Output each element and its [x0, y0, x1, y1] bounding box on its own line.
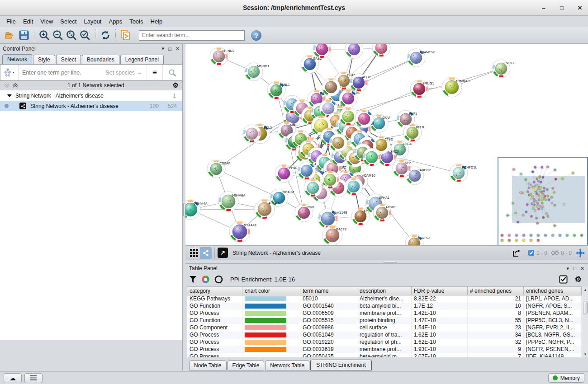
tab-legend-panel[interactable]: Legend Panel	[120, 55, 164, 64]
network-node-apbb1[interactable]: APBB1	[373, 204, 396, 222]
tab-network[interactable]: Network	[2, 54, 32, 64]
column-header-term-name[interactable]: term name	[300, 286, 357, 295]
menu-help[interactable]: Help	[147, 17, 166, 26]
network-row[interactable]: String Network - Alzheimer's disease 100…	[0, 101, 182, 111]
table-row[interactable]: GO FunctionGO:0001540beta-amyloid bi...1…	[187, 303, 582, 310]
menu-apps[interactable]: Apps	[105, 17, 126, 26]
species-selector-label[interactable]: Set species →	[105, 70, 142, 76]
save-session-button[interactable]	[17, 28, 31, 42]
string-source-selector[interactable]	[0, 65, 19, 80]
column-header-enriched-genes[interactable]: enriched genes	[524, 286, 582, 295]
share-network-button[interactable]	[200, 247, 212, 259]
open-in-string-button[interactable]: ↗	[218, 248, 228, 258]
table-row[interactable]: GO ProcessGO:0006509membrane prot...1.42…	[187, 310, 582, 317]
zoom-fit-button[interactable]	[65, 28, 78, 42]
splitter-grip[interactable]	[384, 261, 397, 263]
tab-string-enrichment[interactable]: STRING Enrichment	[310, 360, 371, 370]
table-settings-gear-icon[interactable]: ⚙	[575, 275, 582, 284]
table-row[interactable]: GO ProcessGO:0050435beta-amyloid m...2.0…	[187, 353, 582, 357]
menu-layout[interactable]: Layout	[80, 17, 105, 26]
network-node-cadps2[interactable]: CADPS2	[405, 234, 430, 245]
network-node[interactable]	[313, 44, 331, 58]
column-header-chart-color[interactable]: chart color	[242, 286, 300, 295]
network-panel-gear-icon[interactable]: ⚙	[173, 81, 179, 89]
network-node-reln[interactable]: RELN	[403, 124, 424, 142]
network-node-bace2[interactable]: BACE2	[322, 225, 346, 245]
open-file-button[interactable]	[4, 28, 17, 42]
table-row[interactable]: KEGG Pathways05010Alzheimer's dise...8.8…	[187, 295, 582, 303]
column-header--enriched-genes[interactable]: # enriched genes	[468, 286, 524, 295]
table-panel-float-icon[interactable]: □	[573, 266, 576, 271]
tab-style[interactable]: Style	[33, 55, 55, 64]
menu-view[interactable]: View	[37, 17, 57, 26]
network-node-mt-nd1[interactable]: MT-ND1	[245, 63, 269, 81]
string-options-menu[interactable]: ≡	[147, 65, 162, 80]
birds-eye-overview[interactable]	[498, 157, 588, 245]
string-search-button[interactable]	[162, 65, 182, 80]
network-node[interactable]	[363, 148, 381, 166]
select-columns-icon[interactable]	[559, 275, 568, 284]
network-node-ms4a4e[interactable]: MS4A4E	[229, 221, 256, 242]
pie-chart-icon[interactable]	[201, 275, 210, 284]
network-node-vsnl1[interactable]: VSNL1	[267, 81, 290, 99]
table-panel-menu-icon[interactable]: ▾	[567, 266, 569, 272]
table-vertical-scrollbar[interactable]: ▲ ▼	[582, 286, 588, 357]
column-header-FDR-p-value[interactable]: FDR p-value	[412, 286, 468, 295]
network-node-bin1[interactable]: BIN1	[295, 204, 315, 222]
table-row[interactable]: GO ComponentGO:0009986cell surface1.54E-…	[187, 324, 582, 332]
task-history-button[interactable]	[24, 373, 43, 383]
filter-funnel-icon[interactable]	[189, 276, 197, 283]
tab-boundaries[interactable]: Boundaries	[82, 55, 119, 64]
tab-select[interactable]: Select	[56, 55, 81, 64]
pan-compass-icon[interactable]	[575, 248, 585, 258]
column-header-category[interactable]: category	[187, 286, 242, 295]
table-row[interactable]: GO ProcessGO:0019220regulation of ph...1…	[187, 339, 582, 346]
grid-view-button[interactable]	[188, 247, 200, 259]
network-node-ache[interactable]: ACHE	[350, 74, 370, 92]
cloud-tasks-button[interactable]: ☁	[4, 373, 22, 383]
network-node-abca7[interactable]: ABCA7	[255, 199, 279, 219]
menu-select[interactable]: Select	[57, 17, 80, 26]
network-node[interactable]	[304, 179, 322, 197]
help-button[interactable]: ?	[251, 30, 261, 41]
table-row[interactable]: GO FunctionGO:0005515protein binding1.47…	[187, 317, 582, 324]
table-panel-close-icon[interactable]: ✕	[580, 266, 584, 272]
table-row[interactable]: GO ProcessGO:0033619membrane prot...1.93…	[187, 346, 582, 353]
scrollbar-thumb[interactable]	[583, 301, 588, 314]
network-node-adamts2[interactable]: ADAMTS2	[407, 49, 435, 67]
scroll-down-icon[interactable]: ▼	[583, 351, 588, 357]
network-node-mt-nd2[interactable]: MT-ND2	[210, 47, 234, 66]
network-node[interactable]	[345, 44, 363, 58]
zoom-in-button[interactable]	[38, 28, 51, 42]
panel-float-icon[interactable]: □	[168, 46, 171, 52]
network-node[interactable]	[355, 110, 373, 128]
network-node-smug1[interactable]: SMUG1	[410, 80, 434, 98]
ring-chart-icon[interactable]	[214, 275, 223, 284]
memory-button[interactable]: Memory	[548, 373, 584, 383]
network-node[interactable]	[322, 78, 340, 96]
close-button[interactable]: ✕	[576, 5, 583, 12]
column-header-description[interactable]: description	[357, 286, 412, 295]
refresh-button[interactable]	[99, 28, 112, 42]
string-term-input[interactable]	[19, 70, 105, 76]
network-node-ms4a6a[interactable]: MS4A6A	[218, 192, 245, 211]
zoom-out-button[interactable]	[51, 28, 65, 42]
table-row[interactable]: GO ProcessGO:0051049regulation of tra...…	[187, 332, 582, 339]
menu-file[interactable]: File	[3, 17, 19, 26]
divider-grip[interactable]	[183, 203, 185, 216]
menu-edit[interactable]: Edit	[19, 17, 37, 26]
zoom-selected-button[interactable]	[78, 28, 92, 42]
network-node[interactable]	[339, 108, 357, 126]
network-canvas[interactable]: MT-ND2MT-ND1VSNL1GAB2ADAMTS2SMUG1TOMM40P…	[185, 44, 588, 245]
expand-all-icon[interactable]	[12, 82, 19, 89]
export-network-button[interactable]	[510, 247, 522, 259]
network-node-pvrl2[interactable]: PVRL2	[492, 60, 514, 78]
collapse-triangle-icon[interactable]	[7, 94, 12, 97]
maximize-button[interactable]: □	[558, 5, 565, 12]
network-node[interactable]	[243, 125, 261, 143]
horizontal-splitter[interactable]	[185, 260, 588, 263]
collapse-all-icon[interactable]	[4, 82, 10, 89]
network-node-ppp5c[interactable]: PPP5C	[275, 164, 297, 183]
network-node-mthfd1l[interactable]: MTHFD1L	[450, 164, 477, 182]
minimize-button[interactable]: –	[540, 5, 547, 12]
